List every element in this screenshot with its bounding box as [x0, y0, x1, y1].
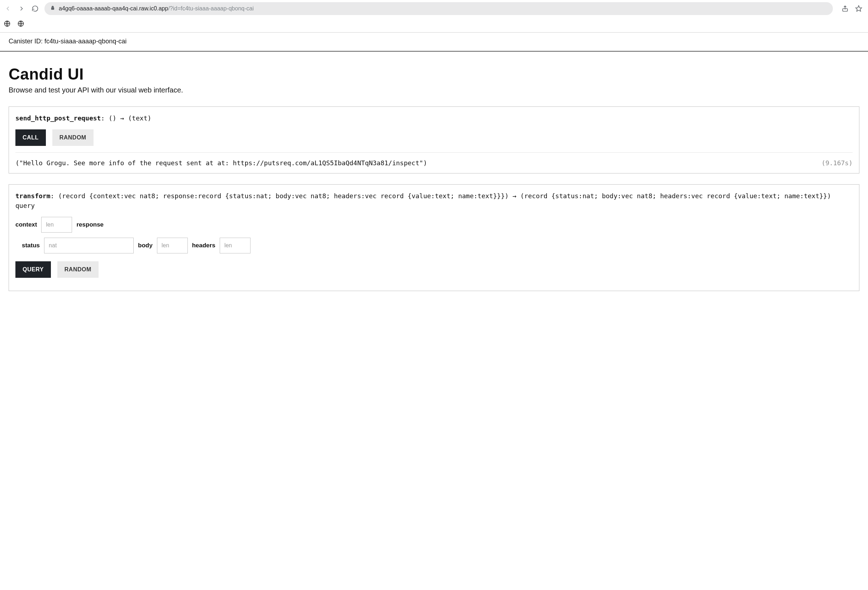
page-subtitle: Browse and test your API with our visual… [9, 86, 859, 94]
reload-icon[interactable] [31, 4, 40, 13]
divider [15, 152, 853, 153]
share-icon[interactable] [841, 4, 849, 13]
address-text: a4gq6-oaaaa-aaaab-qaa4q-cai.raw.ic0.app/… [59, 5, 254, 12]
page-title: Candid UI [9, 65, 859, 83]
canister-id-bar: Canister ID: fc4tu-siaaa-aaaap-qbonq-cai [0, 33, 868, 52]
star-icon[interactable] [855, 4, 863, 13]
random-button[interactable]: RANDOM [58, 261, 99, 278]
field-label-headers: headers [192, 242, 216, 249]
globe-icon[interactable] [17, 20, 24, 29]
field-row-context: context response [15, 217, 853, 233]
url-query: /?id=fc4tu-siaaa-aaaap-qbonq-cai [168, 5, 254, 12]
method-name: transform [15, 192, 50, 200]
method-signature-tail: : () → (text) [101, 114, 151, 122]
query-button[interactable]: QUERY [15, 261, 51, 278]
canister-id-label: Canister ID: [9, 38, 44, 45]
button-row: QUERY RANDOM [15, 261, 853, 278]
field-label-body: body [138, 242, 153, 249]
random-button[interactable]: RANDOM [52, 129, 93, 146]
url-host: a4gq6-oaaaa-aaaab-qaa4q-cai.raw.ic0.app [59, 5, 168, 12]
body-len-input[interactable] [157, 238, 188, 253]
method-signature-tail: : (record {context:vec nat8; response:re… [15, 192, 831, 209]
headers-len-input[interactable] [220, 238, 251, 253]
result-time: (9.167s) [821, 159, 853, 167]
method-card-transform: transform: (record {context:vec nat8; re… [9, 184, 859, 291]
main-content: Candid UI Browse and test your API with … [0, 52, 868, 316]
field-label-context: context [15, 221, 37, 228]
globe-icon[interactable] [4, 20, 11, 29]
canister-id-value: fc4tu-siaaa-aaaap-qbonq-cai [44, 38, 127, 45]
field-label-status: status [22, 242, 40, 249]
button-row: CALL RANDOM [15, 129, 853, 146]
svg-rect-0 [51, 7, 54, 10]
address-bar[interactable]: a4gq6-oaaaa-aaaab-qaa4q-cai.raw.ic0.app/… [44, 2, 833, 15]
back-icon[interactable] [4, 4, 12, 13]
result-text: ("Hello Grogu. See more info of the requ… [15, 159, 427, 167]
result-row: ("Hello Grogu. See more info of the requ… [15, 159, 853, 167]
method-signature: transform: (record {context:vec nat8; re… [15, 191, 853, 210]
call-button[interactable]: CALL [15, 129, 46, 146]
method-name: send_http_post_request [15, 114, 101, 122]
method-signature: send_http_post_request: () → (text) [15, 113, 853, 123]
field-label-response: response [76, 221, 103, 228]
field-row-response: status body headers [22, 238, 853, 253]
method-card-send-http-post-request: send_http_post_request: () → (text) CALL… [9, 106, 859, 173]
extension-bar [0, 17, 868, 32]
forward-icon[interactable] [17, 4, 26, 13]
context-len-input[interactable] [41, 217, 72, 233]
svg-marker-2 [856, 6, 862, 12]
status-input[interactable] [44, 238, 134, 253]
lock-icon [50, 5, 55, 12]
browser-toolbar: a4gq6-oaaaa-aaaab-qaa4q-cai.raw.ic0.app/… [0, 0, 868, 17]
